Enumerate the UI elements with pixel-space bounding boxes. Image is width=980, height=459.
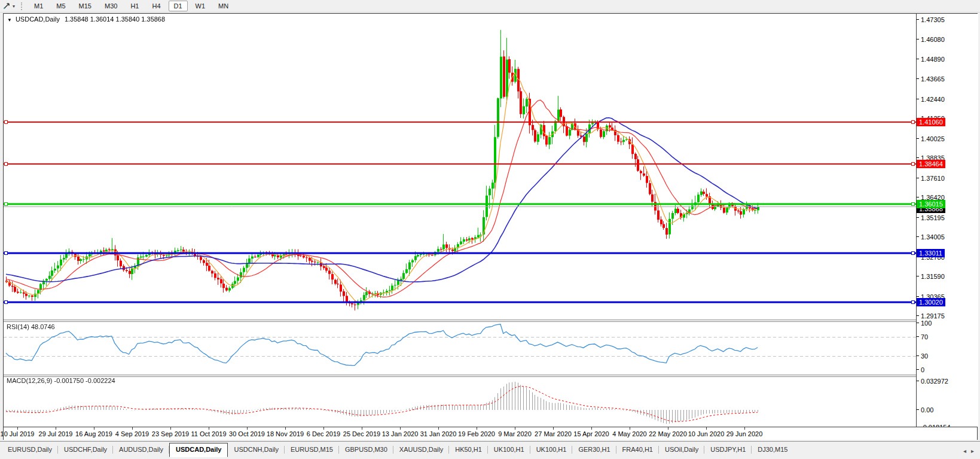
price-tick-value: 1.37610 [921, 175, 945, 182]
panel-separator-rsi[interactable] [4, 320, 916, 322]
rsi-axis-tick: 70 [917, 333, 928, 341]
macd-tick-value: 0.00 [921, 406, 933, 414]
tab-ger30-h1[interactable]: GER30,H1 [572, 444, 616, 455]
tab-scroll-left-icon[interactable]: ◂ [963, 448, 966, 454]
hline-price-label: 1.33011 [917, 249, 945, 257]
price-tick-value: 1.31590 [921, 273, 945, 280]
rsi-indicator-label: RSI(14) 48.0746 [7, 323, 55, 330]
timeframe-button-h1[interactable]: H1 [125, 1, 144, 11]
symbol-dropdown-icon[interactable]: ▼ [7, 17, 12, 23]
arrows-tool-button[interactable]: ▾ [0, 2, 15, 10]
price-tick-value: 1.29175 [921, 312, 945, 320]
timeframe-button-d1[interactable]: D1 [169, 1, 188, 11]
rsi-axis-tick: 30 [917, 352, 928, 360]
macd-tick-value: 0.032972 [921, 378, 948, 385]
timeframe-button-m5[interactable]: M5 [51, 1, 71, 11]
price-tick-value: 1.46080 [921, 36, 945, 43]
hline-price-label: 1.41060 [917, 118, 945, 126]
chart-canvas[interactable] [4, 14, 916, 427]
price-tick-value: 1.43665 [921, 75, 945, 83]
toolbar-grip [21, 2, 22, 10]
top-toolbar: ▾ M1M5M15M30H1H4D1W1MN [0, 0, 980, 13]
timeframe-button-m15[interactable]: M15 [74, 1, 97, 11]
tab-usdjpy-h1[interactable]: USDJPY,H1 [704, 444, 752, 455]
rsi-axis-tick: 0 [917, 366, 924, 373]
tab-gbpusd-m30[interactable]: GBPUSD,M30 [339, 444, 393, 455]
rsi-axis-tick: 100 [917, 320, 932, 327]
price-tick-value: 1.44890 [921, 56, 945, 63]
price-axis-tick: 1.37610 [917, 175, 945, 182]
price-axis-tick: 1.29175 [917, 312, 945, 320]
price-tick-value: 1.40025 [921, 135, 945, 142]
tab-usoil-daily[interactable]: USOil,Daily [659, 444, 704, 455]
price-tick-value: 1.47305 [921, 16, 945, 23]
tab-uk100-h1[interactable]: UK100,H1 [530, 444, 573, 455]
tab-audusd-daily[interactable]: AUDUSD,Daily [113, 444, 169, 455]
tab-eurusd-daily[interactable]: EURUSD,Daily [2, 444, 58, 455]
price-axis-tick: 1.40025 [917, 135, 945, 142]
tab-xauusd-daily[interactable]: XAUUSD,Daily [393, 444, 449, 455]
date-axis: 10 Jul 201929 Jul 201916 Aug 20194 Sep 2… [4, 427, 977, 440]
price-axis-tick: 1.43665 [917, 75, 945, 83]
price-axis-tick: 1.35195 [917, 214, 945, 221]
timeframe-button-group: M1M5M15M30H1H4D1W1MN [28, 1, 235, 11]
tab-hk50-h1[interactable]: HK50,H1 [449, 444, 488, 455]
tab-usdcad-daily[interactable]: USDCAD,Daily [169, 443, 228, 457]
chart-tabs: EURUSD,DailyUSDCHF,DailyAUDUSD,DailyUSDC… [0, 443, 793, 457]
price-axis-tick: 1.31590 [917, 273, 945, 280]
dropdown-arrow-icon: ▾ [13, 4, 15, 9]
timeframe-button-h4[interactable]: H4 [146, 1, 166, 11]
timeframe-button-w1[interactable]: W1 [190, 1, 211, 11]
arrows-tool-icon [2, 2, 11, 10]
rsi-tick-value: 70 [921, 333, 928, 341]
tab-eurusd-m15[interactable]: EURUSD,M15 [285, 444, 339, 455]
price-tick-value: 1.35195 [921, 214, 945, 221]
tab-usdchf-daily[interactable]: USDCHF,Daily [58, 444, 113, 455]
timeframe-button-m30[interactable]: M30 [99, 1, 123, 11]
price-tick-value: 1.42440 [921, 96, 945, 103]
hline-price-label: 1.30020 [917, 298, 945, 306]
tab-usdcnh-daily[interactable]: USDCNH,Daily [228, 444, 285, 455]
macd-axis-tick: 0.00 [917, 406, 933, 414]
symbol-name: USDCAD,Daily [16, 16, 60, 23]
price-axis-tick: 1.34005 [917, 233, 945, 241]
panel-separator-macd[interactable] [4, 375, 916, 377]
chart-title: ▼USDCAD,Daily1.35848 1.36014 1.35840 1.3… [7, 16, 165, 23]
chart-window: ▼USDCAD,Daily1.35848 1.36014 1.35840 1.3… [3, 13, 978, 440]
timeframe-button-mn[interactable]: MN [213, 1, 234, 11]
price-tick-value: 1.34005 [921, 233, 945, 241]
macd-axis-tick: 0.032972 [917, 378, 948, 385]
tab-dj30-m15[interactable]: DJ30,M15 [752, 444, 793, 455]
tab-fra40-h1[interactable]: FRA40,H1 [616, 444, 659, 455]
ohlc-values: 1.35848 1.36014 1.35840 1.35868 [65, 16, 165, 23]
hline-price-label: 1.36015 [917, 200, 945, 208]
timeframe-button-m1[interactable]: M1 [29, 1, 48, 11]
price-axis-tick: 1.42440 [917, 96, 945, 103]
hline-price-label: 1.38464 [917, 160, 945, 168]
tab-scroll-arrows: ◂ ▸ [963, 448, 980, 454]
macd-indicator-label: MACD(12,26,9) -0.001750 -0.002224 [7, 377, 115, 384]
price-axis: 1.473051.460801.448901.436651.424401.412… [916, 14, 978, 427]
price-axis-tick: 1.46080 [917, 36, 945, 43]
price-axis-tick: 1.44890 [917, 56, 945, 63]
rsi-tick-value: 30 [921, 352, 928, 360]
price-axis-tick: 1.47305 [917, 16, 945, 23]
date-axis-label: 29 Jun 2020 [718, 430, 771, 437]
rsi-tick-value: 0 [921, 366, 924, 373]
tab-scroll-right-icon[interactable]: ▸ [971, 448, 974, 454]
tab-uk100-h1[interactable]: UK100,H1 [488, 444, 530, 455]
rsi-tick-value: 100 [921, 320, 932, 327]
chart-tab-bar: EURUSD,DailyUSDCHF,DailyAUDUSD,DailyUSDC… [0, 441, 980, 457]
